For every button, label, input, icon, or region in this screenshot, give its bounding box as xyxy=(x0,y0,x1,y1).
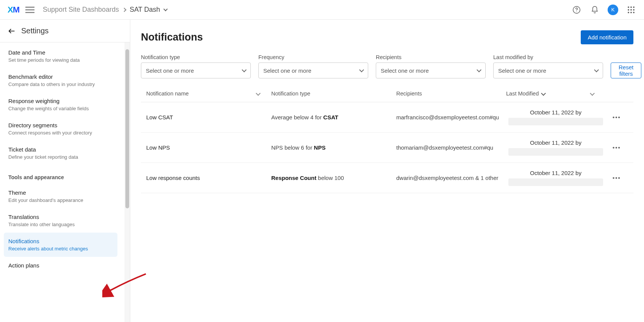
row-actions-button[interactable]: ••• xyxy=(605,175,628,181)
chevron-down-icon xyxy=(590,91,595,96)
col-header-name[interactable]: Notification name xyxy=(146,91,271,97)
sidebar-item-date-time[interactable]: Date and Time Set time periods for viewi… xyxy=(0,44,121,68)
filter-label-type: Notification type xyxy=(141,54,251,60)
notifications-table: Notification name Notification type Reci… xyxy=(141,85,633,193)
sidebar-item-directory[interactable]: Directory segments Connect responses wit… xyxy=(0,117,121,141)
chevron-down-icon xyxy=(359,67,364,72)
avatar[interactable]: K xyxy=(608,5,618,15)
chevron-down-icon xyxy=(242,67,247,72)
chevron-down-icon xyxy=(594,67,599,72)
svg-point-12 xyxy=(630,12,632,13)
filter-select-modified[interactable]: Select one or more xyxy=(493,63,603,78)
bell-icon[interactable] xyxy=(589,5,600,15)
filter-select-frequency[interactable]: Select one or more xyxy=(258,63,368,78)
page-title: Notifications xyxy=(141,31,203,43)
main-content: Notifications Add notification Notificat… xyxy=(130,20,644,322)
filter-select-recipients[interactable]: Select one or more xyxy=(376,63,486,78)
help-icon[interactable] xyxy=(571,5,582,15)
svg-point-13 xyxy=(633,12,635,13)
scrollbar-thumb[interactable] xyxy=(125,49,129,208)
svg-point-5 xyxy=(628,6,629,8)
menu-icon[interactable] xyxy=(25,6,34,13)
filter-bar: Notification type Select one or more Fre… xyxy=(141,54,633,78)
sidebar-item-translations[interactable]: Translations Translate into other langua… xyxy=(0,208,121,233)
row-actions-button[interactable]: ••• xyxy=(605,114,628,120)
sidebar: Settings Date and Time Set time periods … xyxy=(0,20,130,322)
redacted-text xyxy=(508,118,603,125)
redacted-text xyxy=(508,178,603,186)
add-notification-button[interactable]: Add notification xyxy=(581,30,633,44)
svg-point-8 xyxy=(628,9,629,11)
svg-point-4 xyxy=(576,11,577,11)
col-header-type[interactable]: Notification type xyxy=(271,91,396,97)
filter-label-modified: Last modified by xyxy=(493,54,603,60)
svg-point-11 xyxy=(628,12,629,13)
row-actions-button[interactable]: ••• xyxy=(605,144,628,151)
settings-back[interactable]: Settings xyxy=(0,20,130,42)
top-bar: XM Support Site Dashboards SAT Dash K xyxy=(0,0,644,20)
table-row[interactable]: Low CSAT Average below 4 for CSAT marfra… xyxy=(141,102,633,133)
svg-point-9 xyxy=(630,9,632,11)
filter-label-frequency: Frequency xyxy=(258,54,368,60)
sidebar-item-theme[interactable]: Theme Edit your dashboard's appearance xyxy=(0,184,121,208)
breadcrumb: Support Site Dashboards SAT Dash xyxy=(43,6,167,14)
redacted-text xyxy=(508,148,603,156)
settings-title: Settings xyxy=(21,27,48,35)
apps-grid-icon[interactable] xyxy=(626,5,636,15)
breadcrumb-parent[interactable]: Support Site Dashboards xyxy=(43,6,119,14)
sidebar-item-ticket[interactable]: Ticket data Define your ticket reporting… xyxy=(0,141,121,165)
col-header-modified[interactable]: Last Modified xyxy=(506,91,605,97)
chevron-down-icon xyxy=(477,67,481,72)
sidebar-item-weighting[interactable]: Response weighting Change the weights of… xyxy=(0,92,121,117)
sidebar-section-tools: Tools and appearance xyxy=(0,165,121,184)
svg-point-6 xyxy=(630,6,632,8)
chevron-down-icon xyxy=(256,91,261,96)
table-row[interactable]: Low response counts Response Count below… xyxy=(141,163,633,193)
arrow-down-icon xyxy=(541,91,546,96)
table-header: Notification name Notification type Reci… xyxy=(141,85,633,102)
brand-logo[interactable]: XM xyxy=(8,5,19,15)
chevron-right-icon xyxy=(122,8,126,12)
sidebar-item-action-plans[interactable]: Action plans xyxy=(0,257,121,272)
reset-filters-button[interactable]: Reset filters xyxy=(611,63,641,78)
filter-label-recipients: Recipients xyxy=(376,54,486,60)
chevron-down-icon[interactable] xyxy=(163,7,167,11)
filter-select-type[interactable]: Select one or more xyxy=(141,63,251,78)
svg-point-10 xyxy=(633,9,635,11)
col-header-recipients[interactable]: Recipients xyxy=(396,91,506,97)
svg-point-7 xyxy=(633,6,635,8)
sidebar-item-benchmark[interactable]: Benchmark editor Compare data to others … xyxy=(0,68,121,92)
table-row[interactable]: Low NPS NPS below 6 for NPS thomariam@ds… xyxy=(141,133,633,163)
sidebar-item-notifications[interactable]: Notifications Receive alerts about metri… xyxy=(4,233,117,257)
breadcrumb-current[interactable]: SAT Dash xyxy=(130,6,160,14)
